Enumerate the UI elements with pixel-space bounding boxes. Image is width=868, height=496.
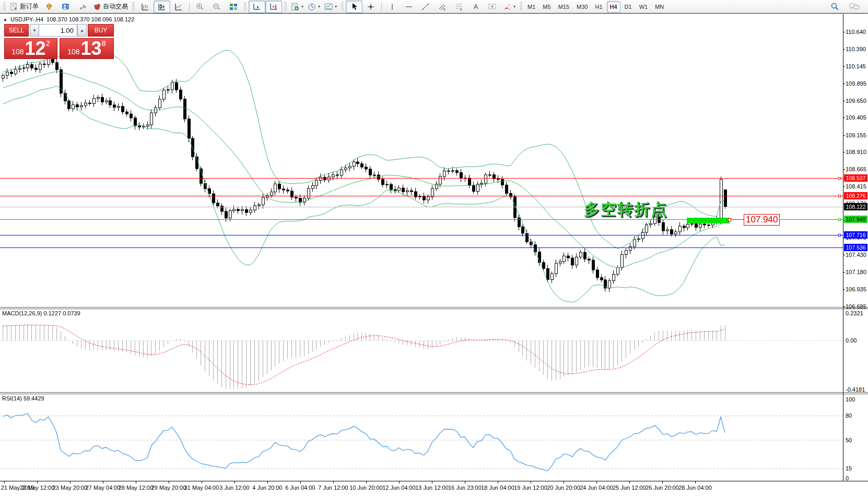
buy-price-main: 13 [80, 40, 101, 57]
vertical-line-tool-button[interactable] [384, 1, 401, 13]
macd-canvas[interactable] [0, 309, 843, 394]
bar-chart-icon [141, 3, 149, 11]
new-order-icon [10, 3, 18, 11]
signal-icon [78, 3, 87, 11]
turning-point-annotation[interactable]: 多空转折点 [584, 199, 667, 220]
volume-increase-button[interactable]: ▲ [77, 24, 87, 37]
funnel-icon [45, 3, 53, 11]
pane-separator[interactable] [0, 392, 868, 393]
signals-button[interactable] [74, 1, 91, 13]
bar-chart-button[interactable] [137, 1, 154, 13]
zoom-out-icon [213, 3, 221, 11]
toolbar-separator [189, 2, 190, 11]
toolbar-right [826, 1, 867, 13]
profile-button[interactable] [57, 1, 74, 13]
callout-connector [731, 219, 744, 220]
toolbar-grip [284, 2, 287, 11]
arrows-tool-button[interactable]: ▾ [501, 1, 518, 13]
new-order-label: 新订单 [20, 2, 39, 11]
horizontal-price-line[interactable] [0, 235, 843, 235]
dropdown-arrow-icon: ▾ [301, 4, 303, 9]
periods-button[interactable]: ▾ [306, 1, 322, 13]
sell-price-main: 12 [25, 40, 45, 57]
zoom-out-button[interactable] [208, 1, 225, 13]
templates-button[interactable]: ▾ [322, 1, 339, 13]
pane-separator[interactable] [0, 394, 868, 394]
text-tool-button[interactable]: A [467, 1, 484, 13]
chart-shift-icon [269, 3, 278, 11]
toolbar-grip [341, 2, 344, 11]
timeframe-button-mn[interactable]: MN [652, 1, 667, 13]
timeframe-button-m30[interactable]: M30 [573, 1, 591, 13]
rsi-canvas[interactable] [0, 394, 843, 481]
pane-separator[interactable] [0, 309, 868, 309]
mt4-terminal: 新订单 自动交易 [0, 0, 868, 496]
svg-text:F: F [460, 8, 462, 11]
template-icon [324, 3, 333, 11]
toolbar-grip [244, 2, 247, 11]
buy-button[interactable]: BUY [88, 24, 114, 37]
chat-button[interactable] [846, 1, 863, 13]
timeframe-button-h4[interactable]: H4 [607, 1, 620, 13]
autotrading-icon [93, 3, 101, 11]
line-endpoint-marker [838, 177, 841, 180]
timeframe-button-m1[interactable]: M1 [524, 1, 538, 13]
auto-scroll-button[interactable] [249, 1, 265, 13]
text-icon: A [472, 3, 480, 11]
indicators-icon [291, 3, 299, 11]
collapse-icon[interactable]: ▲ [3, 17, 7, 22]
chart-ohlc-values: 108.370 108.370 108.096 108.122 [46, 16, 134, 22]
dropdown-arrow-icon: ▾ [335, 4, 337, 9]
crosshair-tool-button[interactable] [362, 1, 379, 13]
horizontal-line-tool-button[interactable] [401, 1, 417, 13]
horizontal-price-line[interactable] [0, 207, 843, 207]
zoom-in-button[interactable] [192, 1, 208, 13]
line-endpoint-marker [838, 195, 841, 197]
highlight-rectangle[interactable] [687, 218, 730, 223]
candlestick-chart-icon [158, 3, 166, 11]
sell-button[interactable]: SELL [4, 24, 29, 37]
text-label-icon: T [488, 3, 497, 11]
time-axis[interactable] [0, 481, 868, 496]
volume-decrease-button[interactable]: ▼ [30, 24, 39, 37]
horizontal-price-line[interactable] [0, 196, 843, 196]
fibonacci-tool-button[interactable]: F [451, 1, 467, 13]
new-order-button[interactable]: 新订单 [8, 1, 41, 13]
search-icon [830, 2, 839, 11]
tile-windows-button[interactable] [225, 1, 242, 13]
chart-shift-button[interactable] [265, 1, 282, 13]
sell-price-sup: 2 [46, 40, 50, 47]
search-button[interactable] [826, 1, 843, 13]
main-chart-canvas[interactable] [0, 14, 843, 309]
timeframe-button-d1[interactable]: D1 [621, 1, 635, 13]
timeframe-button-h1[interactable]: H1 [592, 1, 605, 13]
timeframe-button-w1[interactable]: W1 [636, 1, 651, 13]
price-axis[interactable] [843, 14, 868, 481]
line-endpoint-marker [838, 234, 841, 237]
sell-price-tile[interactable]: 108 12 2 [4, 38, 57, 59]
timeframe-button-m5[interactable]: M5 [539, 1, 554, 13]
horizontal-price-line[interactable] [0, 178, 843, 179]
trendline-tool-button[interactable] [417, 1, 434, 13]
horizontal-price-line[interactable] [0, 247, 843, 248]
pane-separator[interactable] [0, 307, 868, 308]
svg-text:A: A [474, 3, 478, 10]
chart-title: USDJPY-,H4 [10, 16, 43, 22]
cursor-tool-button[interactable] [346, 1, 362, 13]
price-callout[interactable]: 107.940 [744, 214, 780, 226]
equidistant-channel-tool-button[interactable]: E [434, 1, 451, 13]
vertical-line-icon [388, 3, 396, 11]
horizontal-line-icon [405, 3, 413, 11]
toolbar-separator [381, 2, 382, 11]
volume-input[interactable] [39, 24, 77, 37]
timeframe-button-m15[interactable]: M15 [555, 1, 572, 13]
indicators-button[interactable]: ▾ [289, 1, 306, 13]
buy-price-tile[interactable]: 108 13 8 [60, 38, 114, 59]
line-chart-icon [174, 3, 183, 11]
depth-of-market-button[interactable] [41, 1, 57, 13]
autotrading-button[interactable]: 自动交易 [91, 1, 130, 13]
text-label-tool-button[interactable]: T [484, 1, 501, 13]
profile-icon [62, 3, 70, 11]
line-chart-button[interactable] [170, 1, 187, 13]
candlestick-chart-button[interactable] [154, 1, 170, 13]
